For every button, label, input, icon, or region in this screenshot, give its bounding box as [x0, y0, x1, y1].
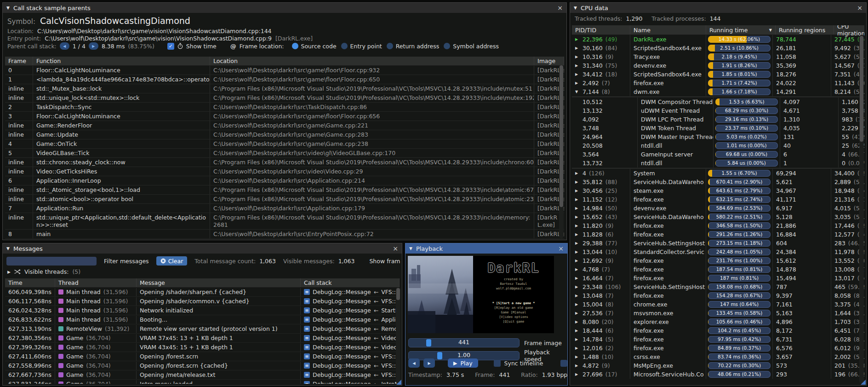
expand-icon[interactable]: ▶ — [575, 178, 580, 186]
message-row[interactable]: 627,399,326nsGame(36,704)VRAM 43x45: 15 … — [5, 343, 400, 352]
expand-icon[interactable]: ▶ — [575, 169, 580, 178]
process-row[interactable]: ▶1,488(10)csrss.exe83.74 ms (0.36%)3,657… — [572, 352, 864, 361]
cpu-scrollbar[interactable] — [859, 35, 864, 383]
table-row[interactable]: inlineGame::RenderFloorC:\Users\wolf\Des… — [5, 121, 564, 130]
process-row[interactable]: ▶12,692(9)firefox.exe231.76 ms (1.00%)15… — [572, 256, 864, 265]
column-header-function[interactable]: Function — [33, 57, 210, 65]
table-row[interactable]: inlineGame::UpdateC:\Users\wolf\Desktop\… — [5, 130, 564, 139]
collapse-icon[interactable]: ▼ — [409, 246, 412, 251]
expand-icon[interactable]: ▶ — [575, 204, 580, 213]
message-row[interactable]: 627,558,996nsGame(36,704)Opening /forest… — [5, 361, 400, 370]
play-button[interactable]: ▶ Play — [448, 358, 478, 368]
process-row[interactable]: ▶18,444(6)firefox.exe104.2 ms (0.45%)8,1… — [572, 326, 864, 335]
resize-grip[interactable] — [396, 380, 401, 385]
column-header-cpu-migrations[interactable]: CPU migrations — [834, 25, 864, 35]
process-row[interactable]: ▶12,016(2)firefox.exe84.89 ms (0.37%)6,5… — [572, 344, 864, 352]
collapse-icon[interactable]: ▼ — [6, 6, 10, 10]
message-row[interactable]: 627,667,736nsGame(36,704)Opening /meta/r… — [5, 370, 400, 380]
close-icon[interactable]: × — [557, 5, 563, 11]
message-row[interactable]: 627,411,606nsGame(36,704)Opening /forest… — [5, 352, 400, 361]
table-row[interactable]: inlinestd::_Atomic_storage<bool,1>::load… — [5, 185, 564, 195]
expand-icon[interactable]: ▶ — [575, 62, 580, 70]
process-row[interactable]: 24,964DWM Master Input Thread5.03 ms (0.… — [572, 133, 864, 141]
process-row[interactable]: ▶30,160(84)ScriptedSandbox64.exe2.51 s (… — [572, 44, 864, 52]
callstack-cell[interactable]: ≡DebugLog::Message←VideoMemo — [301, 334, 400, 342]
process-row[interactable]: 20,508ntdll.dll1.01 ms (0.00%)4025(62.50… — [572, 141, 864, 150]
table-row[interactable]: 6Application::InnerLoopC:\Users\wolf\Des… — [5, 176, 564, 185]
table-row[interactable]: inlinestd::unique_lock<std::mutex>::lock… — [5, 93, 564, 103]
resize-grip[interactable] — [861, 380, 866, 385]
callstack-scrollbar[interactable] — [559, 65, 564, 238]
callstack-icon[interactable]: ≡ — [304, 344, 310, 350]
expand-icon[interactable]: ▶ — [575, 213, 580, 221]
expand-icon[interactable]: ▶ — [575, 283, 580, 291]
table-row[interactable]: 5VideoGLBase::TickC:\Users\wolf\Desktop\… — [5, 149, 564, 158]
step-forward-button[interactable]: ▶ — [423, 358, 435, 368]
table-row[interactable]: 1<lambda_84a19dc444fae966ca174e83e708bdc… — [5, 75, 564, 84]
callstack-cell[interactable]: ≡DebugLog::Message←IntroMenu:: — [301, 380, 400, 384]
close-icon[interactable]: × — [558, 245, 564, 252]
messages-scrollbar[interactable] — [396, 287, 400, 383]
process-row[interactable]: ▶27,536(7)msvsmon.exe133.45 ms (0.58%)5,… — [572, 309, 864, 318]
callstack-cell[interactable]: ≡DebugLog::Message←Application: — [301, 316, 400, 324]
expand-icon[interactable]: ▶ — [575, 292, 580, 300]
callstack-cell[interactable]: ≡DebugLog::Message←VFS::Open — [301, 352, 400, 361]
callstack-cell[interactable]: ≡DebugLog::Message←VideoMemo — [301, 343, 400, 352]
column-header-thread[interactable]: Thread — [55, 278, 137, 287]
process-row[interactable]: ▶22,396(49)DarkRL.exe14.33 s (62.06%)78,… — [572, 35, 864, 44]
expand-icon[interactable]: ▶ — [575, 187, 580, 195]
callstack-cell[interactable]: ≡DebugLog::Message←VFS::Open — [301, 297, 400, 306]
process-row[interactable]: ▶11,820(9)firefox.exe346.58 ms (1.50%)21… — [572, 221, 864, 230]
column-header-running-regions[interactable]: Running regions — [776, 25, 834, 35]
process-row[interactable]: ▶4(126)System1.55 s (6.70%)69,29434,400(… — [572, 169, 864, 178]
table-row[interactable]: inlineVideo::GetTicksHiResC:\Users\wolf\… — [5, 167, 564, 176]
column-header-frame[interactable]: Frame — [5, 57, 33, 65]
column-header-location[interactable]: Location — [210, 57, 534, 65]
callstack-icon[interactable]: ≡ — [304, 326, 310, 332]
zoom-2x-checkbox[interactable] — [560, 360, 567, 367]
process-row[interactable]: ▶10,316(9)Tracy.exe2.18 s (9.45%)11,0585… — [572, 52, 864, 61]
process-row[interactable]: ▶23,348(106)ServiceHub.SettingsHost158.0… — [572, 283, 864, 291]
close-icon[interactable]: × — [857, 5, 862, 11]
process-row[interactable]: ▶8,080(20)explorer.exe105.66 ms (0.46%)4… — [572, 318, 864, 326]
callstack-icon[interactable]: ≡ — [304, 372, 310, 378]
column-header-running-time[interactable]: Running time▼ — [706, 25, 776, 35]
process-row[interactable]: ▶15,004(8)chrome.exe147 ms (0.64%)7,1613… — [572, 300, 864, 309]
frame-location-option[interactable]: Symbol address — [444, 43, 499, 50]
expand-icon[interactable]: ▶ — [575, 231, 580, 239]
process-row[interactable]: ▶13,048(7)firefox.exe154.28 ms (0.67%)9,… — [572, 291, 864, 300]
table-row[interactable]: 8mainC:\Users\wolf\Desktop\darkrl\src\En… — [5, 230, 564, 239]
callstack-icon[interactable]: ≡ — [304, 381, 310, 384]
callstack-cell[interactable]: ≡DebugLog::Message←VFS::Open — [301, 362, 400, 370]
message-row[interactable]: 627,313,190nsRemoteView(31,392)Remote vi… — [5, 324, 400, 334]
callstack-icon[interactable]: ≡ — [304, 317, 310, 323]
expand-icon[interactable]: ▶ — [575, 239, 580, 248]
radio-icon[interactable] — [387, 43, 393, 49]
column-header-name[interactable]: Name — [630, 25, 706, 35]
process-row[interactable]: ▶4,872(9)MsMpEng.exe70.22 ms (0.30%)5732… — [572, 361, 864, 370]
clear-button[interactable]: Clear — [156, 256, 188, 266]
process-row[interactable]: ▶31,340(75)devenv.exe1.91 s (8.26%)35,36… — [572, 61, 864, 70]
expand-icon[interactable]: ▶ — [575, 370, 580, 379]
collapse-icon[interactable]: ▼ — [6, 246, 10, 251]
radio-icon[interactable] — [292, 43, 298, 49]
callstack-cell[interactable]: ≡DebugLog::Message←RemoteVie — [301, 325, 400, 333]
process-row[interactable]: 4,092DWM LPC Port Thread29.16 ms (0.13%)… — [572, 115, 864, 124]
sync-timeline-checkbox[interactable] — [494, 360, 501, 367]
expand-icon[interactable]: ▶ — [575, 266, 580, 274]
process-row[interactable]: ▼7,144(8)dwm.exe1.66 s (7.18%)14,2918,21… — [572, 87, 864, 96]
expand-icon[interactable]: ▶ — [575, 248, 580, 256]
expand-icon[interactable]: ▶ — [575, 309, 580, 318]
process-row[interactable]: 10,512DWM Compositor Thread1.53 s (6.63%… — [572, 98, 864, 106]
expand-icon[interactable]: ▶ — [575, 362, 580, 370]
process-row[interactable]: ▶2,492(7)firefox.exe1.71 s (7.42%)24,022… — [572, 79, 864, 87]
message-row[interactable]: 626,833,622nsMain thread(31,596)Booting.… — [5, 315, 400, 324]
table-row[interactable]: inlinestd::unique_ptr<Application,std::d… — [5, 213, 564, 230]
radio-icon[interactable] — [444, 43, 450, 49]
message-row[interactable]: 626,024,328nsMain thread(31,596)Network … — [5, 306, 400, 315]
expand-icon[interactable]: ▶ — [575, 257, 580, 265]
callstack-icon[interactable]: ≡ — [304, 363, 310, 369]
callstack-icon[interactable]: ≡ — [304, 353, 310, 359]
column-header-callstack[interactable]: Call stack — [301, 278, 400, 287]
next-callstack-button[interactable]: ▶ — [89, 42, 98, 50]
